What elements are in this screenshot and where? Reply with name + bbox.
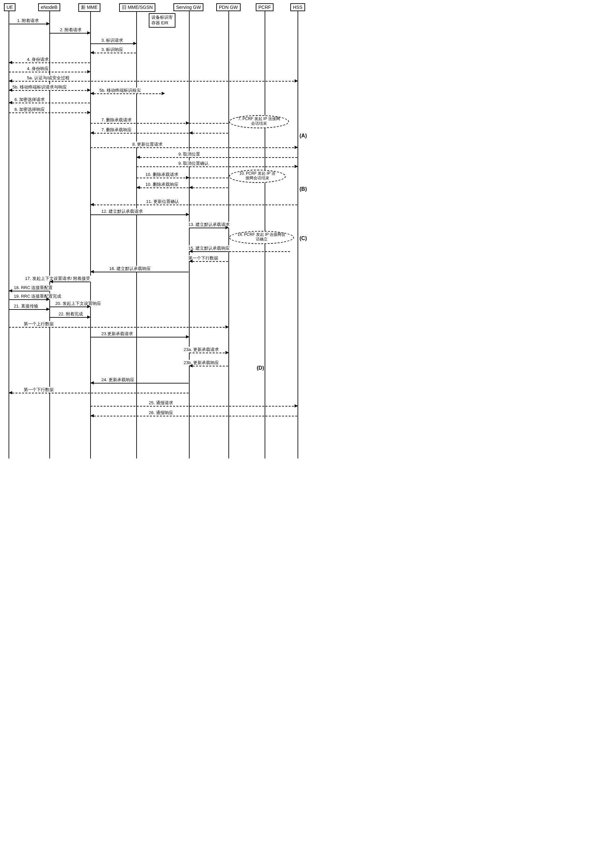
msg-12: 12. 建立默认承载请求 (101, 208, 143, 214)
arrowhead-20 (87, 305, 91, 308)
msg-14-l2: 话确立 (256, 237, 267, 242)
msg-8: 8. 更新位置请求 (132, 141, 163, 147)
arrow-7a (91, 123, 189, 124)
eir-line2: 存器 EIR (151, 20, 168, 25)
note-eir: 设备标识寄 存器 EIR (149, 13, 175, 28)
arrowhead-23a (226, 351, 229, 354)
arrowhead-11 (91, 203, 94, 206)
msg-9a: 9. 取消位置 (178, 151, 201, 157)
arrow-11 (91, 205, 297, 205)
msg-22: 22. 附着完成 (58, 311, 84, 317)
arrowhead-12 (186, 213, 189, 216)
arrowhead-firstdl1 (189, 260, 192, 263)
arrowhead-18 (9, 289, 12, 292)
arrow-4a (9, 63, 90, 63)
arrowhead-16 (91, 270, 94, 273)
arrow-26 (91, 416, 297, 416)
msg-4a: 4. 身份请求 (26, 57, 49, 63)
msg-16: 16. 建立默认承载响应 (109, 266, 151, 272)
msg-7b: 7. 删除承载响应 (101, 127, 132, 133)
arrow-10c (189, 178, 228, 178)
arrow-23b (189, 366, 228, 366)
msg-24: 24. 更新承载响应 (101, 377, 135, 383)
arrow-20 (50, 306, 90, 307)
actor-pdngw: PDN GW (216, 3, 241, 11)
msg-17: 17. 发起上下文设置请求/ 附着接受 (25, 276, 91, 282)
arrow-1 (9, 24, 49, 24)
phase-b: (B) (299, 186, 307, 192)
actor-hss: HSS (290, 3, 305, 11)
arrow-6a (9, 103, 90, 103)
msg-13: 13. 建立默认承载请求 (187, 222, 230, 228)
arrowhead-2 (87, 31, 91, 35)
arrow-6b (9, 112, 90, 113)
msg-7c-l1: 7. PCRF 发起 IP 连接网 (238, 116, 280, 121)
msg-26: 26. 通报响应 (148, 410, 174, 416)
msg-6a: 6. 加密选择请求 (14, 97, 45, 103)
arrow-firstul (9, 327, 228, 328)
msg-4b: 4. 身份响应 (26, 66, 49, 72)
arrowhead-21 (46, 308, 50, 311)
msg-10c-l2: 接网会话结束 (246, 176, 269, 180)
arrowhead-23 (186, 335, 189, 338)
actor-enodeb: eNodeB (38, 3, 60, 11)
arrow-5a (9, 81, 297, 81)
arrow-16 (91, 272, 189, 272)
phase-a: (A) (299, 133, 307, 139)
msg-11: 11. 更新位置确认 (146, 199, 180, 205)
msg-23: 23.更新承载请求 (101, 331, 134, 337)
arrowhead-23b (189, 364, 192, 367)
msg-25: 25. 通报请求 (148, 400, 174, 406)
arrowhead-4a (9, 61, 12, 64)
arrowhead-25 (295, 404, 298, 407)
msg-5b: 5b. 移动终端标识请求与响应 (12, 84, 68, 90)
msg-15: 15. 建立默认承载响应 (187, 245, 230, 251)
msg-2: 2. 附着请求 (59, 27, 82, 33)
arrowhead-24 (91, 381, 94, 384)
msg-firstdl2: 第一个下行数据 (23, 387, 54, 393)
msg-23a: 23a. 更新承载请求 (183, 347, 220, 353)
arrow-18 (9, 291, 49, 291)
arrowhead-19 (46, 298, 50, 301)
arrow-3a (91, 43, 136, 44)
arrow-10b2 (189, 187, 228, 188)
arrow-10a (137, 178, 189, 178)
msg-3a: 3. 标识请求 (101, 37, 124, 43)
lifeline-oldmme (136, 11, 137, 459)
arrowhead-10a (186, 176, 189, 179)
arrowhead-26 (91, 414, 94, 417)
lifeline-sgw (189, 11, 190, 459)
actor-sgw: Serving GW (174, 3, 203, 11)
msg-1: 1. 附着请求 (17, 18, 40, 24)
arrow-12 (91, 214, 189, 215)
ellipse-7c: 7. PCRF 发起 IP 连接网 会话结束 (229, 115, 289, 128)
msg-23b: 23b. 更新承载响应 (183, 360, 220, 366)
arrowhead-10b (137, 186, 140, 189)
arrowhead-6a (9, 101, 12, 104)
arrow-9b (137, 167, 297, 167)
msg-19: 19. RRC 连接重配置完成 (13, 293, 62, 299)
msg-18: 18. RRC 连接重配置 (13, 285, 53, 291)
arrow-23a (189, 353, 228, 353)
ellipse-14: 14. PCRF 发起 IP 连接网会 话确立 (229, 231, 294, 244)
msg-5b2: 5b. 移动终端标识核实 (99, 87, 141, 93)
arrowhead-7a (186, 121, 189, 125)
phase-d: (D) (257, 365, 264, 371)
msg-6b: 6. 加密选择响应 (14, 107, 45, 112)
msg-14-l1: 14. PCRF 发起 IP 连接网会 (238, 232, 286, 237)
arrowhead-5b2-l (91, 92, 94, 95)
arrowhead-13 (226, 226, 229, 229)
arrow-10b (137, 187, 189, 188)
arrowhead-9b (295, 165, 298, 168)
arrow-22 (50, 317, 90, 318)
arrowhead-15 (189, 250, 192, 253)
arrowhead-5b-r (87, 89, 91, 92)
arrowhead-3b (91, 51, 94, 54)
ellipse-10c: 10. PCRF 发起 IP 连 接网会话结束 (229, 170, 286, 183)
arrow-5b2 (91, 93, 164, 94)
lifeline-hss (298, 11, 298, 459)
arrowhead-5b-l (9, 89, 12, 92)
arrowhead-5a-l (9, 79, 12, 83)
arrowhead-22 (87, 315, 91, 319)
arrowhead-8 (295, 146, 298, 149)
